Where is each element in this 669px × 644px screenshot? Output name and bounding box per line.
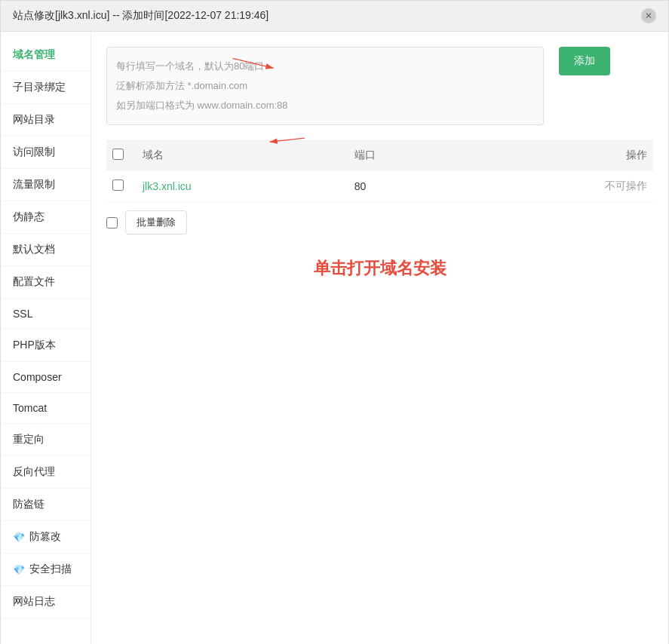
sidebar-item-reverseproxy[interactable]: 反向代理 bbox=[1, 456, 91, 489]
sidebar-item-webdir[interactable]: 网站目录 bbox=[1, 104, 91, 136]
sidebar-item-label: 域名管理 bbox=[13, 48, 55, 62]
placeholder-line: 泛解析添加方法 *.domain.com bbox=[116, 76, 534, 96]
sidebar-item-ssl[interactable]: SSL bbox=[1, 299, 91, 330]
add-button[interactable]: 添加 bbox=[559, 47, 610, 75]
sidebar-item-label: 反向代理 bbox=[13, 465, 55, 479]
sidebar-item-label: 网站日志 bbox=[13, 595, 55, 609]
sidebar-item-composer[interactable]: Composer bbox=[1, 362, 91, 393]
title-bar: 站点修改[jlk3.xnl.icu] -- 添加时间[2022-12-07 21… bbox=[1, 1, 668, 32]
sidebar-item-config[interactable]: 配置文件 bbox=[1, 266, 91, 299]
sidebar-item-label: 安全扫描 bbox=[29, 563, 72, 576]
sidebar-item-tamper[interactable]: 💎防篡改 bbox=[1, 521, 91, 554]
sidebar-item-label: 流量限制 bbox=[13, 178, 55, 192]
table-header-checkbox bbox=[106, 141, 137, 170]
table-header-port: 端口 bbox=[348, 141, 464, 170]
batch-delete-button[interactable]: 批量删除 bbox=[125, 210, 187, 235]
domain-cell: jlk3.xnl.icu bbox=[137, 170, 348, 203]
port-cell: 80 bbox=[348, 170, 464, 203]
sidebar-item-tomcat[interactable]: Tomcat bbox=[1, 393, 91, 424]
sidebar-item-redirect[interactable]: 重定向 bbox=[1, 424, 91, 456]
sidebar-item-access[interactable]: 访问限制 bbox=[1, 136, 91, 169]
sidebar-item-label: 重定向 bbox=[13, 433, 44, 446]
sidebar-item-log[interactable]: 网站日志 bbox=[1, 586, 91, 618]
sidebar-item-pseudostatic[interactable]: 伪静态 bbox=[1, 201, 91, 234]
sidebar-item-label: 访问限制 bbox=[13, 146, 55, 159]
sidebar-item-label: 网站目录 bbox=[13, 113, 55, 127]
row-checkbox[interactable] bbox=[112, 179, 124, 191]
domain-table: 域名 端口 操作 jlk3.xnl.icu80不可操作 bbox=[106, 140, 653, 203]
sidebar-item-label: 防篡改 bbox=[29, 530, 61, 544]
instruction-text: 单击打开域名安装 bbox=[314, 259, 447, 278]
sidebar-item-label: 默认文档 bbox=[13, 243, 55, 256]
gem-icon: 💎 bbox=[13, 532, 25, 543]
main-panel: 每行填写一个域名，默认为80端口泛解析添加方法 *.domain.com如另加端… bbox=[91, 32, 668, 644]
placeholder-line: 如另加端口格式为 www.domain.com:88 bbox=[116, 96, 534, 115]
table-header-domain: 域名 bbox=[137, 141, 348, 170]
batch-checkbox[interactable] bbox=[106, 217, 118, 228]
main-window: 站点修改[jlk3.xnl.icu] -- 添加时间[2022-12-07 21… bbox=[0, 0, 669, 644]
content-area: 域名管理子目录绑定网站目录访问限制流量限制伪静态默认文档配置文件SSLPHP版本… bbox=[1, 32, 668, 644]
placeholder-line: 每行填写一个域名，默认为80端口 bbox=[116, 57, 534, 76]
close-button[interactable]: ✕ bbox=[641, 8, 656, 23]
sidebar-item-label: PHP版本 bbox=[13, 339, 56, 352]
table-header-row: 域名 端口 操作 bbox=[106, 141, 653, 170]
instruction-area: 单击打开域名安装 bbox=[106, 257, 653, 280]
domain-input-area[interactable]: 每行填写一个域名，默认为80端口泛解析添加方法 *.domain.com如另加端… bbox=[106, 47, 544, 125]
sidebar-item-defaultdoc[interactable]: 默认文档 bbox=[1, 234, 91, 266]
sidebar-item-subdir[interactable]: 子目录绑定 bbox=[1, 72, 91, 104]
row-checkbox-cell bbox=[106, 170, 137, 203]
sidebar-item-php[interactable]: PHP版本 bbox=[1, 330, 91, 362]
sidebar-item-label: 配置文件 bbox=[13, 275, 55, 289]
sidebar-item-hotlink[interactable]: 防盗链 bbox=[1, 489, 91, 521]
sidebar-item-label: SSL bbox=[13, 308, 32, 320]
select-all-checkbox[interactable] bbox=[112, 149, 124, 160]
sidebar: 域名管理子目录绑定网站目录访问限制流量限制伪静态默认文档配置文件SSLPHP版本… bbox=[1, 32, 91, 644]
add-domain-section: 每行填写一个域名，默认为80端口泛解析添加方法 *.domain.com如另加端… bbox=[106, 47, 653, 125]
action-cell: 不可操作 bbox=[464, 170, 653, 203]
sidebar-item-label: 子目录绑定 bbox=[13, 81, 66, 94]
sidebar-item-label: Composer bbox=[13, 371, 62, 383]
close-icon: ✕ bbox=[645, 11, 652, 21]
sidebar-item-label: 伪静态 bbox=[13, 210, 44, 224]
gem-icon: 💎 bbox=[13, 564, 25, 575]
sidebar-item-label: Tomcat bbox=[13, 402, 47, 414]
window-title: 站点修改[jlk3.xnl.icu] -- 添加时间[2022-12-07 21… bbox=[13, 9, 269, 23]
sidebar-item-scan[interactable]: 💎安全扫描 bbox=[1, 554, 91, 586]
sidebar-item-traffic[interactable]: 流量限制 bbox=[1, 169, 91, 201]
batch-delete-row: 批量删除 bbox=[106, 210, 653, 235]
table-row: jlk3.xnl.icu80不可操作 bbox=[106, 170, 653, 203]
sidebar-item-label: 防盗链 bbox=[13, 498, 44, 511]
sidebar-item-domain[interactable]: 域名管理 bbox=[1, 39, 91, 72]
action-label: 不可操作 bbox=[605, 179, 647, 192]
domain-link[interactable]: jlk3.xnl.icu bbox=[143, 180, 192, 192]
main-content-wrapper: 每行填写一个域名，默认为80端口泛解析添加方法 *.domain.com如另加端… bbox=[106, 47, 653, 280]
table-header-action: 操作 bbox=[464, 141, 653, 170]
